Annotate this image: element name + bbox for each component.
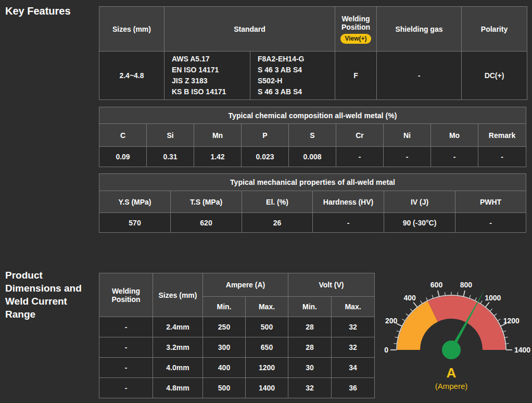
mech-value-cell: 90 (-30°C)	[384, 213, 455, 233]
chem-header-cell: Mo	[431, 124, 478, 147]
table-row: - 3.2mm 300 650 28 32	[99, 337, 375, 358]
mech-value-cell: 570	[99, 213, 171, 233]
position-cell: -	[99, 378, 153, 398]
spec-standard-specs: AWS A5.17 EN ISO 14171 JIS Z 3183 KS B I…	[164, 52, 250, 100]
mech-value-cell: -	[313, 213, 384, 233]
size-cell: 4.8mm	[153, 378, 203, 398]
svg-text:A: A	[447, 365, 457, 381]
position-cell: -	[99, 317, 153, 337]
spec-header-welding-position: Welding Position View(+)	[335, 7, 377, 52]
svg-text:1200: 1200	[503, 317, 520, 325]
mech-header-cell: T.S (MPa)	[171, 191, 242, 213]
chem-header-cell: Si	[147, 124, 194, 147]
current-header-ampere: Ampere (A)	[203, 273, 288, 297]
product-dimensions-heading: Product Dimensions and Weld Current Rang…	[5, 269, 93, 321]
chem-value-cell: -	[431, 147, 478, 167]
amp-min-cell: 500	[203, 378, 246, 398]
spec-table: Sizes (mm) Standard Welding Position Vie…	[99, 6, 527, 100]
chem-value-cell: 0.008	[289, 147, 336, 167]
chem-value-cell: -	[384, 147, 431, 167]
product-spec-page: Key Features Sizes (mm) Standard Welding…	[0, 0, 532, 403]
svg-text:200: 200	[385, 317, 398, 325]
table-row: - 4.8mm 500 1400 32 36	[99, 378, 375, 398]
volt-min-cell: 28	[288, 317, 332, 337]
chemical-composition-table: Typical chemical composition all-weld me…	[99, 107, 526, 167]
mech-header-cell: El. (%)	[242, 191, 313, 213]
amp-min-cell: 300	[203, 337, 246, 358]
mech-value-cell: -	[455, 213, 526, 233]
amp-max-cell: 650	[246, 337, 288, 358]
current-header-amp-max: Max.	[246, 297, 288, 317]
spec-header-polarity: Polarity	[462, 7, 527, 52]
amp-max-cell: 1200	[246, 358, 288, 378]
amp-min-cell: 400	[203, 358, 246, 378]
chem-header-cell: Cr	[336, 124, 384, 147]
amp-min-cell: 250	[203, 317, 246, 337]
chem-header-cell: Remark	[478, 124, 526, 147]
spec-header-sizes: Sizes (mm)	[99, 7, 164, 52]
mech-value-cell: 620	[171, 213, 242, 233]
view-plus-button[interactable]: View(+)	[340, 34, 371, 44]
chem-value-cell: 0.09	[99, 147, 147, 167]
spec-polarity-value: DC(+)	[462, 52, 527, 100]
chem-header-cell: P	[242, 124, 289, 147]
welding-position-label: Welding Position	[341, 15, 370, 31]
chem-value-cell: -	[336, 147, 384, 167]
chem-value-cell: 0.31	[147, 147, 194, 167]
mech-table-title: Typical mechanical properties of all-wel…	[99, 174, 526, 191]
chem-value-cell: -	[478, 147, 526, 167]
mech-header-cell: IV (J)	[384, 191, 455, 213]
chem-value-cell: 1.42	[194, 147, 242, 167]
mech-value-cell: 26	[242, 213, 313, 233]
spec-standard-classes: F8A2-EH14-G S 46 3 AB S4 S502-H S 46 3 A…	[250, 52, 335, 100]
svg-text:800: 800	[460, 281, 473, 289]
ampere-gauge: 0200400600800100012001400A(Ampere)	[369, 274, 532, 403]
current-header-welding-position: Welding Position	[99, 273, 153, 317]
table-row: - 2.4mm 250 500 28 32	[99, 317, 375, 337]
chem-table-title: Typical chemical composition all-weld me…	[99, 107, 526, 124]
current-range-table: Welding Position Sizes (mm) Ampere (A) V…	[99, 273, 375, 398]
size-cell: 4.0mm	[153, 358, 203, 378]
svg-text:400: 400	[404, 294, 416, 302]
size-cell: 2.4mm	[153, 317, 203, 337]
ampere-gauge-svg: 0200400600800100012001400A(Ampere)	[369, 274, 532, 403]
svg-text:0: 0	[384, 346, 388, 354]
chem-header-cell: Mn	[194, 124, 242, 147]
position-cell: -	[99, 337, 153, 358]
spec-header-standard: Standard	[164, 7, 335, 52]
spec-welding-position-value: F	[335, 52, 377, 100]
current-header-volt-min: Min.	[288, 297, 332, 317]
spec-sizes-value: 2.4~4.8	[99, 52, 164, 100]
current-header-amp-min: Min.	[203, 297, 246, 317]
svg-text:600: 600	[430, 281, 443, 289]
chem-value-cell: 0.023	[242, 147, 289, 167]
volt-min-cell: 32	[288, 378, 332, 398]
spec-shielding-gas-value: -	[377, 52, 462, 100]
key-features-heading: Key Features	[5, 5, 71, 17]
mech-header-cell: PWHT	[455, 191, 526, 213]
mechanical-properties-table: Typical mechanical properties of all-wel…	[99, 173, 526, 233]
current-header-volt: Volt (V)	[288, 273, 375, 297]
chem-header-cell: C	[99, 124, 147, 147]
chem-header-cell: Ni	[384, 124, 431, 147]
position-cell: -	[99, 358, 153, 378]
svg-text:1400: 1400	[514, 346, 530, 354]
mech-header-cell: Hardness (HV)	[313, 191, 384, 213]
volt-min-cell: 30	[288, 358, 332, 378]
spec-header-shielding-gas: Shielding gas	[377, 7, 462, 52]
chem-header-cell: S	[289, 124, 336, 147]
table-row: - 4.0mm 400 1200 30 34	[99, 358, 375, 378]
amp-max-cell: 1400	[246, 378, 288, 398]
svg-text:(Ampere): (Ampere)	[435, 382, 468, 391]
current-header-sizes: Sizes (mm)	[153, 273, 203, 317]
size-cell: 3.2mm	[153, 337, 203, 358]
amp-max-cell: 500	[246, 317, 288, 337]
mech-header-cell: Y.S (MPa)	[99, 191, 171, 213]
volt-min-cell: 28	[288, 337, 332, 358]
svg-text:1000: 1000	[485, 294, 501, 302]
